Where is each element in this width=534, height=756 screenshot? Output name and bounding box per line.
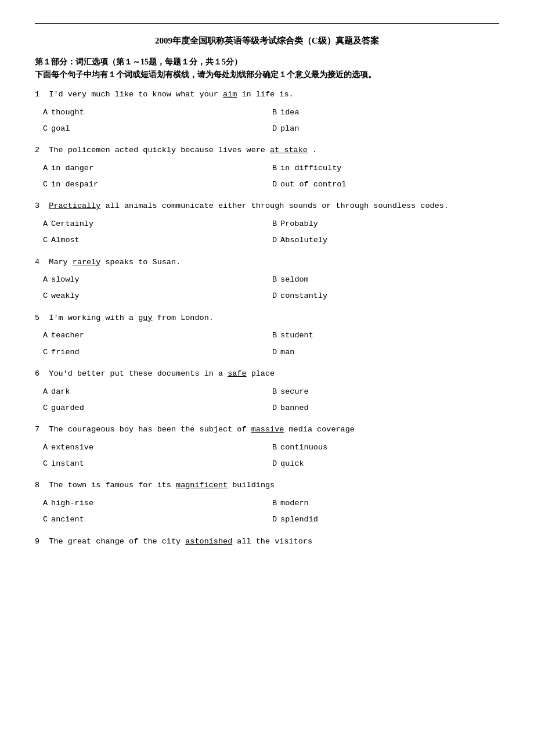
option-label: D xyxy=(272,236,277,244)
option-label: B xyxy=(272,443,277,452)
question-3: 3 Practically all animals communicate ei… xyxy=(35,200,499,247)
option-5-a: Ateacher xyxy=(41,329,270,343)
option-8-c: Cancient xyxy=(41,513,270,527)
option-4-b: Bseldom xyxy=(270,273,499,287)
option-label: B xyxy=(272,331,277,340)
option-label: A xyxy=(43,275,48,284)
option-4-d: Dconstantly xyxy=(270,289,499,303)
option-label: B xyxy=(272,387,277,396)
question-8: 8 The town is famous for its magnificent… xyxy=(35,479,499,527)
option-6-a: Adark xyxy=(41,385,270,399)
option-4-c: Cweakly xyxy=(41,289,270,303)
option-1-a: Athought xyxy=(41,106,270,120)
question-3-options: ACertainlyBProbablyCAlmostDAbsolutely xyxy=(35,217,499,248)
option-5-b: Bstudent xyxy=(270,329,499,343)
option-label: D xyxy=(272,404,277,412)
option-7-c: Cinstant xyxy=(41,457,270,471)
question-7: 7 The courageous boy has been the subjec… xyxy=(35,423,499,471)
option-2-a: Ain danger xyxy=(41,161,270,175)
option-2-b: Bin difficulty xyxy=(270,161,499,175)
option-label: B xyxy=(272,499,277,507)
option-label: A xyxy=(43,164,48,172)
option-label: C xyxy=(43,180,48,189)
page-title: 2009年度全国职称英语等级考试综合类（C级）真题及答案 xyxy=(35,35,499,46)
option-label: D xyxy=(272,348,277,357)
question-4: 4 Mary rarely speaks to Susan.AslowlyBse… xyxy=(35,256,499,304)
question-1: 1 I'd very much like to know what your a… xyxy=(35,88,499,136)
option-label: C xyxy=(43,348,48,357)
option-label: D xyxy=(272,124,277,133)
question-2-text: 2 The policemen acted quickly because li… xyxy=(35,144,499,157)
question-6: 6 You'd better put these documents in a … xyxy=(35,368,499,415)
question-3-text: 3 Practically all animals communicate ei… xyxy=(35,200,499,213)
question-5-text: 5 I'm working with a guy from London. xyxy=(35,312,499,325)
question-6-text: 6 You'd better put these documents in a … xyxy=(35,368,499,380)
option-label: A xyxy=(43,499,48,507)
option-label: C xyxy=(43,404,48,412)
option-label: C xyxy=(43,515,48,524)
option-6-b: Bsecure xyxy=(270,385,499,399)
option-2-c: Cin despair xyxy=(41,178,270,192)
option-3-a: ACertainly xyxy=(41,217,270,231)
option-7-a: Aextensive xyxy=(41,441,270,455)
option-label: D xyxy=(272,459,277,468)
section1-header: 第１部分：词汇选项（第１～15题，每题１分，共１5分） xyxy=(35,57,499,67)
option-label: B xyxy=(272,219,277,228)
option-2-d: Dout of control xyxy=(270,178,499,192)
question-4-text: 4 Mary rarely speaks to Susan. xyxy=(35,256,499,269)
option-label: C xyxy=(43,236,48,244)
section1-instruction: 下面每个句子中均有１个词或短语划有横线，请为每处划线部分确定１个意义最为接近的选… xyxy=(35,70,499,80)
option-label: D xyxy=(272,180,277,189)
option-5-d: Dman xyxy=(270,345,499,359)
option-1-b: Bidea xyxy=(270,106,499,120)
option-8-d: Dsplendid xyxy=(270,513,499,527)
option-7-d: Dquick xyxy=(270,457,499,471)
questions-container: 1 I'd very much like to know what your a… xyxy=(35,88,499,548)
option-3-d: DAbsolutely xyxy=(270,233,499,247)
option-label: A xyxy=(43,331,48,340)
option-1-d: Dplan xyxy=(270,122,499,136)
option-3-b: BProbably xyxy=(270,217,499,231)
option-label: A xyxy=(43,108,48,117)
top-divider xyxy=(35,23,499,24)
option-label: B xyxy=(272,275,277,284)
option-5-c: Cfriend xyxy=(41,345,270,359)
option-4-a: Aslowly xyxy=(41,273,270,287)
question-4-options: AslowlyBseldomCweaklyDconstantly xyxy=(35,273,499,304)
option-6-d: Dbanned xyxy=(270,401,499,415)
question-7-text: 7 The courageous boy has been the subjec… xyxy=(35,423,499,436)
option-label: B xyxy=(272,108,277,117)
option-label: C xyxy=(43,291,48,300)
option-label: A xyxy=(43,387,48,396)
option-label: C xyxy=(43,459,48,468)
question-2: 2 The policemen acted quickly because li… xyxy=(35,144,499,192)
question-7-options: AextensiveBcontinuousCinstantDquick xyxy=(35,441,499,471)
option-8-b: Bmodern xyxy=(270,496,499,510)
question-9: 9 The great change of the city astonishe… xyxy=(35,535,499,548)
option-1-c: Cgoal xyxy=(41,122,270,136)
option-label: B xyxy=(272,164,277,172)
option-7-b: Bcontinuous xyxy=(270,441,499,455)
question-1-text: 1 I'd very much like to know what your a… xyxy=(35,88,499,101)
question-5-options: AteacherBstudentCfriendDman xyxy=(35,329,499,359)
question-8-options: Ahigh-riseBmodernCancientDsplendid xyxy=(35,496,499,527)
option-3-c: CAlmost xyxy=(41,233,270,247)
question-9-text: 9 The great change of the city astonishe… xyxy=(35,535,499,548)
question-1-options: AthoughtBideaCgoalDplan xyxy=(35,106,499,136)
option-label: D xyxy=(272,291,277,300)
option-label: D xyxy=(272,515,277,524)
option-label: A xyxy=(43,443,48,452)
option-8-a: Ahigh-rise xyxy=(41,496,270,510)
question-2-options: Ain dangerBin difficultyCin despairDout … xyxy=(35,161,499,192)
question-6-options: AdarkBsecureCguardedDbanned xyxy=(35,385,499,416)
option-label: C xyxy=(43,124,48,133)
option-6-c: Cguarded xyxy=(41,401,270,415)
option-label: A xyxy=(43,219,48,228)
question-8-text: 8 The town is famous for its magnificent… xyxy=(35,479,499,492)
question-5: 5 I'm working with a guy from London.Ate… xyxy=(35,312,499,359)
